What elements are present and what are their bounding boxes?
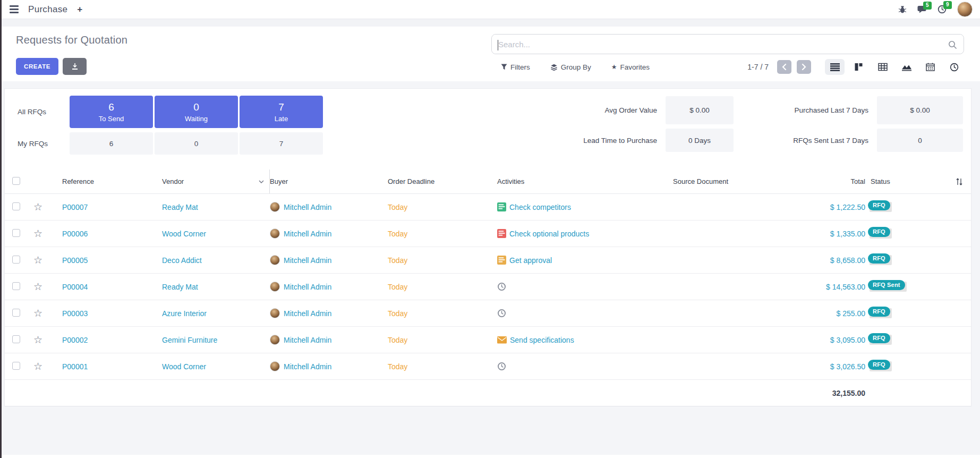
header-vendor[interactable]: Vendor: [162, 169, 270, 193]
activity-link[interactable]: Check competitors: [509, 203, 571, 211]
favorite-star-icon[interactable]: ☆: [33, 255, 42, 266]
export-button[interactable]: [63, 58, 87, 75]
buyer-link[interactable]: Mitchell Admin: [284, 336, 331, 344]
pager-previous-button[interactable]: [777, 60, 791, 74]
table-row[interactable]: ☆ P00002 Gemini Furniture Mitchell Admin…: [5, 327, 971, 353]
order-deadline: Today: [388, 283, 497, 291]
table-row[interactable]: ☆ P00005 Deco Addict Mitchell Admin Toda…: [5, 247, 971, 274]
vendor-link[interactable]: Wood Corner: [162, 362, 206, 371]
buyer-link[interactable]: Mitchell Admin: [284, 309, 331, 318]
pivot-view-icon[interactable]: [873, 59, 892, 75]
group-by-menu[interactable]: Group By: [550, 63, 591, 71]
pager-next-button[interactable]: [797, 60, 811, 74]
activity-clock-icon[interactable]: [497, 282, 506, 291]
calendar-view-icon[interactable]: [921, 59, 940, 75]
activity-envelope-icon[interactable]: [497, 336, 507, 344]
header-deadline[interactable]: Order Deadline: [388, 177, 497, 185]
vendor-link[interactable]: Azure Interior: [162, 309, 207, 318]
vendor-link[interactable]: Deco Addict: [162, 256, 202, 265]
reference-link[interactable]: P00007: [62, 203, 88, 211]
header-reference[interactable]: Reference: [62, 177, 162, 185]
vendor-link[interactable]: Ready Mat: [162, 283, 198, 291]
my-to-send-cell[interactable]: 6: [70, 132, 153, 155]
buyer-link[interactable]: Mitchell Admin: [284, 230, 331, 238]
reference-link[interactable]: P00005: [62, 256, 88, 265]
vendor-link[interactable]: Wood Corner: [162, 230, 206, 238]
row-checkbox[interactable]: [12, 282, 20, 290]
buyer-link[interactable]: Mitchell Admin: [284, 256, 331, 265]
activities-clock-icon[interactable]: 9: [938, 5, 947, 14]
search-input[interactable]: [492, 35, 964, 54]
buyer-link[interactable]: Mitchell Admin: [284, 283, 331, 291]
table-row[interactable]: ☆ P00006 Wood Corner Mitchell Admin Toda…: [5, 220, 971, 247]
header-activities[interactable]: Activities: [497, 177, 673, 185]
late-label: Late: [275, 115, 288, 123]
favorite-star-icon[interactable]: ☆: [33, 334, 42, 345]
activity-link[interactable]: Get approval: [509, 256, 552, 265]
waiting-filter-button[interactable]: 0 Waiting: [155, 96, 238, 128]
favorite-star-icon[interactable]: ☆: [33, 228, 42, 239]
table-row[interactable]: ☆ P00007 Ready Mat Mitchell Admin Today …: [5, 194, 971, 220]
all-rfqs-link[interactable]: All RFQs: [12, 96, 68, 128]
add-icon[interactable]: +: [76, 4, 83, 15]
activity-link[interactable]: Send specifications: [510, 336, 574, 344]
table-row[interactable]: ☆ P00003 Azure Interior Mitchell Admin T…: [5, 300, 971, 327]
header-source[interactable]: Source Document: [673, 177, 777, 185]
reference-link[interactable]: P00006: [62, 230, 88, 238]
header-total[interactable]: Total: [777, 177, 867, 185]
total-amount: $ 255.00: [777, 309, 867, 318]
activity-list-icon[interactable]: [497, 202, 506, 211]
row-checkbox[interactable]: [12, 256, 20, 264]
activity-view-icon[interactable]: [944, 59, 964, 75]
user-avatar[interactable]: [957, 2, 973, 17]
favorites-menu[interactable]: ★ Favorites: [611, 63, 650, 71]
activity-list-icon[interactable]: [497, 256, 506, 265]
messages-icon[interactable]: 5: [917, 5, 927, 14]
my-waiting-cell[interactable]: 0: [155, 132, 238, 155]
favorite-star-icon[interactable]: ☆: [33, 361, 42, 372]
select-all-checkbox[interactable]: [12, 177, 20, 185]
table-row[interactable]: ☆ P00001 Wood Corner Mitchell Admin Toda…: [5, 353, 971, 380]
favorite-star-icon[interactable]: ☆: [33, 201, 42, 213]
row-checkbox[interactable]: [12, 229, 20, 237]
search-box[interactable]: [491, 34, 964, 54]
activity-list-icon[interactable]: [497, 229, 506, 238]
activity-link[interactable]: Check optional products: [509, 230, 589, 238]
graph-view-icon[interactable]: [897, 59, 916, 75]
favorite-star-icon[interactable]: ☆: [33, 281, 42, 292]
to-send-filter-button[interactable]: 6 To Send: [70, 96, 153, 128]
filters-menu[interactable]: Filters: [501, 63, 530, 71]
my-rfqs-link[interactable]: My RFQs: [12, 132, 68, 155]
buyer-link[interactable]: Mitchell Admin: [284, 203, 331, 211]
row-checkbox[interactable]: [12, 335, 20, 343]
create-button[interactable]: CREATE: [16, 58, 58, 75]
table-header-row: Reference Vendor Buyer Order Deadline Ac…: [5, 169, 971, 194]
list-view-icon[interactable]: [825, 59, 845, 75]
my-late-cell[interactable]: 7: [240, 132, 323, 155]
panel-divider: [0, 19, 980, 27]
activity-clock-icon[interactable]: [497, 362, 506, 371]
header-buyer[interactable]: Buyer: [270, 177, 388, 185]
buyer-avatar: [270, 335, 280, 345]
vendor-link[interactable]: Ready Mat: [162, 203, 198, 211]
debug-bug-icon[interactable]: [898, 5, 907, 14]
apps-menu-icon[interactable]: [8, 4, 20, 14]
row-checkbox[interactable]: [12, 202, 20, 210]
activity-clock-icon[interactable]: [497, 309, 506, 318]
late-filter-button[interactable]: 7 Late: [240, 96, 323, 128]
reference-link[interactable]: P00003: [62, 309, 88, 318]
search-icon[interactable]: [948, 40, 957, 49]
buyer-link[interactable]: Mitchell Admin: [284, 362, 331, 371]
reference-link[interactable]: P00002: [62, 336, 88, 344]
vendor-link[interactable]: Gemini Furniture: [162, 336, 217, 344]
table-row[interactable]: ☆ P00004 Ready Mat Mitchell Admin Today …: [5, 274, 971, 300]
row-checkbox[interactable]: [12, 309, 20, 317]
reference-link[interactable]: P00001: [62, 362, 88, 371]
favorite-star-icon[interactable]: ☆: [33, 308, 42, 319]
app-name[interactable]: Purchase: [28, 4, 67, 15]
row-checkbox[interactable]: [12, 362, 20, 370]
optional-columns-icon[interactable]: [956, 178, 963, 185]
reference-link[interactable]: P00004: [62, 283, 88, 291]
header-status[interactable]: Status: [867, 177, 947, 185]
kanban-view-icon[interactable]: [849, 59, 868, 75]
